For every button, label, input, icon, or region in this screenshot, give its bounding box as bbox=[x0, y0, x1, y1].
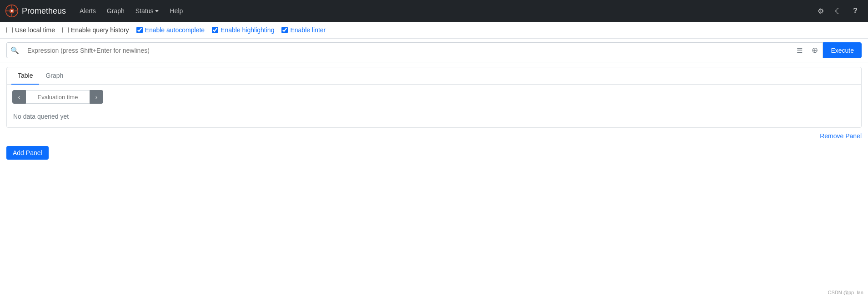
brand-label: Prometheus bbox=[22, 6, 66, 16]
enable-autocomplete-checkbox[interactable] bbox=[136, 27, 143, 33]
metrics-icon: ⊕ bbox=[812, 45, 818, 55]
main-nav: Alerts Graph Status Help bbox=[75, 5, 187, 17]
enable-highlighting-checkbox[interactable] bbox=[212, 27, 218, 33]
tab-table[interactable]: Table bbox=[11, 67, 39, 85]
enable-linter-checkbox[interactable] bbox=[281, 27, 288, 33]
navbar: Prometheus Alerts Graph Status Help ⚙ ☾ … bbox=[0, 0, 868, 22]
eval-right-arrow-icon: › bbox=[95, 94, 97, 101]
use-local-time-checkbox[interactable] bbox=[6, 27, 13, 33]
enable-autocomplete-text: Enable autocomplete bbox=[145, 26, 205, 34]
status-nav-label: Status bbox=[135, 7, 154, 15]
execute-button[interactable]: Execute bbox=[823, 42, 862, 58]
eval-time-prev-button[interactable]: ‹ bbox=[12, 90, 26, 104]
enable-query-history-text: Enable query history bbox=[71, 26, 129, 34]
metrics-button[interactable]: ⊕ bbox=[807, 42, 823, 58]
no-data-text: No data queried yet bbox=[12, 109, 856, 122]
enable-highlighting-text: Enable highlighting bbox=[221, 26, 274, 34]
remove-panel-link[interactable]: Remove Panel bbox=[820, 132, 862, 140]
enable-query-history-label[interactable]: Enable query history bbox=[62, 26, 129, 34]
add-panel-row: Add Panel bbox=[0, 141, 868, 164]
options-bar: Use local time Enable query history Enab… bbox=[0, 22, 868, 39]
graph-nav-link[interactable]: Graph bbox=[102, 5, 129, 17]
expression-bar: 🔍 ☰ ⊕ Execute bbox=[0, 39, 868, 62]
enable-linter-label[interactable]: Enable linter bbox=[281, 26, 326, 34]
question-icon: ? bbox=[853, 7, 858, 15]
help-nav-link[interactable]: Help bbox=[165, 5, 187, 17]
use-local-time-label[interactable]: Use local time bbox=[6, 26, 55, 34]
panel-tabs: Table Graph bbox=[7, 67, 861, 85]
status-caret-icon bbox=[155, 10, 159, 12]
status-nav-dropdown[interactable]: Status bbox=[131, 5, 164, 17]
alerts-nav-link[interactable]: Alerts bbox=[75, 5, 100, 17]
panel: Table Graph ‹ › No data queried yet bbox=[6, 67, 862, 128]
add-panel-button[interactable]: Add Panel bbox=[6, 146, 49, 160]
panel-content: ‹ › No data queried yet bbox=[7, 85, 861, 127]
search-icon-wrap: 🔍 bbox=[6, 42, 23, 58]
tab-graph[interactable]: Graph bbox=[39, 67, 70, 85]
prometheus-logo-icon bbox=[5, 5, 18, 17]
expression-input[interactable] bbox=[23, 42, 792, 58]
enable-autocomplete-label[interactable]: Enable autocomplete bbox=[136, 26, 205, 34]
navbar-right: ⚙ ☾ ? bbox=[813, 4, 863, 18]
enable-linter-text: Enable linter bbox=[290, 26, 326, 34]
enable-query-history-checkbox[interactable] bbox=[62, 27, 69, 33]
eval-left-arrow-icon: ‹ bbox=[18, 94, 20, 101]
svg-point-2 bbox=[11, 10, 13, 12]
history-icon: ☰ bbox=[797, 46, 803, 55]
enable-highlighting-label[interactable]: Enable highlighting bbox=[212, 26, 274, 34]
search-icon: 🔍 bbox=[10, 46, 19, 55]
history-button[interactable]: ☰ bbox=[792, 42, 807, 58]
gear-icon: ⚙ bbox=[818, 7, 824, 15]
eval-time-next-button[interactable]: › bbox=[90, 90, 103, 104]
use-local-time-text: Use local time bbox=[15, 26, 55, 34]
help-icon-button[interactable]: ? bbox=[848, 4, 863, 18]
navbar-left: Prometheus Alerts Graph Status Help bbox=[5, 5, 187, 17]
eval-time-input[interactable] bbox=[26, 90, 90, 104]
moon-icon: ☾ bbox=[835, 7, 841, 15]
eval-time-row: ‹ › bbox=[12, 90, 856, 104]
brand-link[interactable]: Prometheus bbox=[5, 5, 66, 17]
gear-button[interactable]: ⚙ bbox=[813, 4, 828, 18]
remove-panel-row: Remove Panel bbox=[0, 132, 868, 141]
dark-mode-button[interactable]: ☾ bbox=[831, 4, 845, 18]
